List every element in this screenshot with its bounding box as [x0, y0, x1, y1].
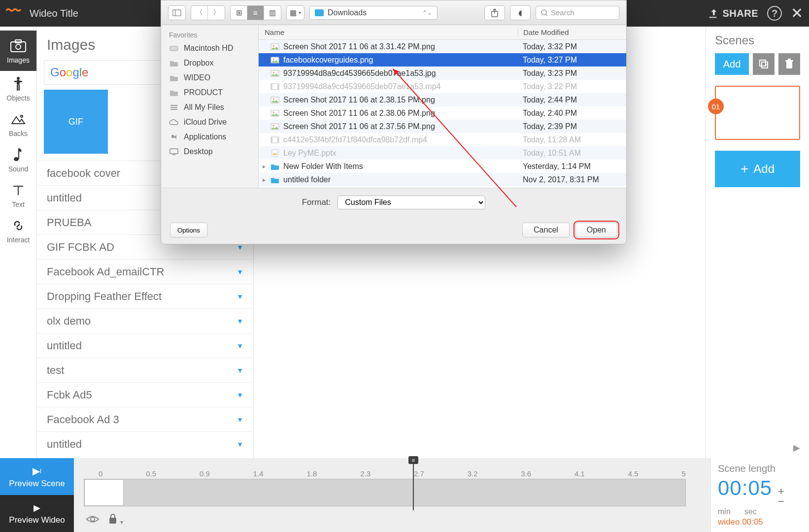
scene-thumbnail-01[interactable]: 01 — [715, 86, 800, 140]
sidebar-item-label: iCloud Drive — [184, 118, 227, 127]
timeline[interactable]: 00.50.91.41.82.32.73.23.64.14.55 ≡ ▾ — [74, 458, 710, 532]
folder-icon — [169, 74, 179, 82]
images-list-item[interactable]: untitled▼ — [37, 333, 253, 358]
preview-scene-button[interactable]: ▶I Preview Scene — [0, 458, 74, 495]
chevron-down-icon: ▼ — [236, 268, 243, 276]
svg-rect-27 — [170, 107, 177, 108]
share-action[interactable] — [484, 5, 505, 20]
forward-button[interactable]: 〉 — [208, 6, 225, 20]
file-name: 93719994d8a9cd4539665deb07ae1a53.jpg — [283, 69, 518, 78]
dialog-actions: Options Cancel Open — [161, 216, 626, 244]
tab-interact[interactable]: Interact — [0, 213, 36, 248]
back-button[interactable]: 〈 — [191, 6, 208, 20]
tab-sound[interactable]: Sound — [0, 142, 36, 177]
chevron-down-icon: ▼ — [236, 293, 243, 300]
file-open-dialog: 〈 〉 ⊞ ≡ ▥ ▦ ▾ Downloads ⌃⌄ ◖ Search Favo… — [161, 0, 627, 244]
scenes-add-button[interactable]: Add — [715, 53, 749, 75]
file-row[interactable]: Ley PyME.pptxToday, 10:51 AM — [259, 146, 626, 160]
images-list-item[interactable]: test▼ — [37, 358, 253, 382]
images-list-item[interactable]: Fcbk Ad5▼ — [37, 382, 253, 407]
length-decrease[interactable]: − — [778, 497, 784, 506]
tab-objects[interactable]: Objects — [0, 71, 36, 106]
open-button[interactable]: Open — [575, 223, 617, 237]
expand-triangle-icon[interactable]: ▸ — [259, 176, 270, 183]
ruler-tick: 2.7 — [414, 469, 424, 478]
location-popup[interactable]: Downloads ⌃⌄ — [309, 6, 438, 20]
file-row[interactable]: Screen Shot 2017 11 06 at 3.31.42 PM.png… — [259, 40, 626, 53]
scenes-duplicate-button[interactable]: + — [753, 53, 775, 75]
scenes-big-add-button[interactable]: +Add — [715, 151, 800, 187]
lock-toggle[interactable]: ▾ — [108, 513, 123, 527]
file-type-icon — [270, 56, 280, 65]
tags-action[interactable]: ◖ — [510, 5, 531, 20]
preview-wideo-button[interactable]: ▶ Preview Wideo — [0, 495, 74, 532]
tab-images[interactable]: Images — [0, 31, 36, 71]
view-columns[interactable]: ▥ — [264, 6, 281, 20]
chevron-right-icon[interactable]: ▶ — [793, 442, 800, 453]
file-row[interactable]: Screen Shot 2017 11 06 at 2.38.06 PM.png… — [259, 106, 626, 120]
share-button[interactable]: SHARE — [708, 8, 758, 19]
images-list-item[interactable]: untitled▼ — [37, 432, 253, 456]
list-item-label: untitled — [47, 339, 82, 352]
dialog-search-input[interactable]: Search — [536, 6, 619, 20]
close-button[interactable]: ✕ — [791, 6, 803, 21]
cloud-icon — [169, 118, 179, 126]
images-list-item[interactable]: Dropping Feather Effect▼ — [37, 284, 253, 308]
file-name: Screen Shot 2017 11 06 at 2.38.15 PM.png — [283, 96, 518, 104]
cancel-button[interactable]: Cancel — [522, 223, 570, 237]
file-row[interactable]: ▸New Folder With ItemsYesterday, 1:14 PM — [259, 160, 626, 173]
chevron-down-icon: ▼ — [236, 342, 243, 350]
sidebar-item[interactable]: Applications — [161, 130, 258, 144]
gif-tile[interactable]: GIF — [44, 90, 108, 154]
sidebar-item-label: All My Files — [184, 103, 224, 112]
svg-rect-50 — [273, 154, 277, 155]
sidebar-item[interactable]: WIDEO — [161, 70, 258, 85]
file-columns-header[interactable]: Name Date Modified — [259, 25, 626, 40]
chevron-down-icon: ▼ — [236, 366, 243, 374]
file-row[interactable]: Screen Shot 2017 11 06 at 2.38.15 PM.png… — [259, 93, 626, 106]
svg-point-10 — [14, 157, 19, 161]
timeline-playhead[interactable]: ≡ — [413, 459, 414, 510]
options-button[interactable]: Options — [170, 223, 207, 237]
file-row[interactable]: facebookcoverguides.pngToday, 3:27 PM — [259, 53, 626, 66]
sidebar-item[interactable]: PRODUCT — [161, 85, 258, 100]
project-title[interactable]: Wideo Title — [30, 8, 78, 19]
expand-triangle-icon[interactable]: ▸ — [259, 163, 270, 170]
format-select[interactable]: Custom Files — [337, 196, 485, 209]
preview-scene-label: Preview Scene — [9, 479, 65, 489]
tab-objects-label: Objects — [6, 94, 30, 102]
sidebar-item[interactable]: iCloud Drive — [161, 115, 258, 130]
sidebar-item[interactable]: Dropbox — [161, 56, 258, 70]
images-list-item[interactable]: olx demo▼ — [37, 308, 253, 333]
file-row[interactable]: c4412e53f4bf2fd71f840dfca98b72df.mp4Toda… — [259, 133, 626, 146]
file-date: Today, 3:32 PM — [518, 42, 626, 51]
scenes-delete-button[interactable] — [778, 53, 800, 75]
group-by-menu[interactable]: ▦ ▾ — [286, 5, 304, 20]
wideo-logo — [6, 5, 23, 22]
timeline-track[interactable] — [84, 479, 686, 506]
sidebar-item[interactable]: All My Files — [161, 100, 258, 115]
sidebar-item[interactable]: Desktop — [161, 144, 258, 159]
file-row[interactable]: Screen Shot 2017 11 06 at 2.37.56 PM.png… — [259, 120, 626, 133]
tab-text[interactable]: Text — [0, 177, 36, 213]
file-name: untitled folder — [283, 175, 518, 184]
view-icons[interactable]: ⊞ — [231, 6, 247, 20]
file-row[interactable]: 93719994d8a9cd4539665deb07ae1a53.jpgToda… — [259, 66, 626, 80]
col-date[interactable]: Date Modified — [518, 28, 626, 36]
file-row[interactable]: 93719994d8a9cd4539665deb07ae1a53.mp4Toda… — [259, 80, 626, 93]
timeline-clip[interactable] — [84, 479, 124, 506]
help-button[interactable]: ? — [767, 6, 782, 21]
file-date: Today, 2:44 PM — [518, 96, 626, 104]
images-list-item[interactable]: Facebook Ad_emailCTR▼ — [37, 259, 253, 284]
file-row[interactable]: ▸untitled folderNov 2, 2017, 8:31 PM — [259, 173, 626, 186]
view-list[interactable]: ≡ — [247, 6, 264, 20]
images-list-item[interactable]: Facebook Ad 3▼ — [37, 407, 253, 432]
sidebar-item[interactable]: Macintosh HD — [161, 41, 258, 56]
svg-rect-48 — [277, 137, 279, 143]
sidebar-item-label: Desktop — [184, 147, 213, 156]
visibility-toggle[interactable] — [86, 514, 100, 527]
sidebar-toggle[interactable] — [168, 5, 186, 20]
col-name[interactable]: Name — [259, 28, 518, 36]
tab-backs[interactable]: Backs — [0, 106, 36, 142]
chevron-down-icon: ▼ — [236, 391, 243, 399]
